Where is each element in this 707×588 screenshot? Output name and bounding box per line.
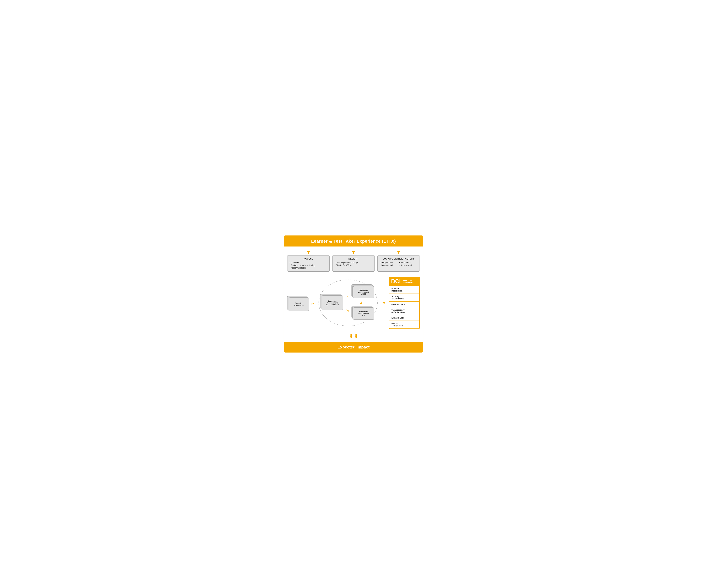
header-banner: Learner & Test Taker Experience (LTTX) (284, 236, 423, 247)
dci-item-use-scores: Use ofTest Scores (389, 321, 419, 328)
sociocog-col1: Intrapersonal Interpersonal (380, 261, 398, 266)
bottom-arrows: ⇓ ⇓ (287, 331, 420, 339)
validation-ecd-label: Validation/Measurement:e-ECD (357, 288, 370, 296)
dci-item-transparency: Transparency& Explanation (389, 307, 419, 315)
arrow-down-sociocog: ▼ (377, 250, 420, 255)
security-card-front: SecurityFramework (289, 297, 309, 311)
validation-section: → Validation/Measurement:e-ECD ⇕ (345, 284, 378, 321)
delight-list: User Experience Design Shorter Test Time (335, 261, 372, 266)
delight-item-2: Shorter Test Time (335, 264, 372, 266)
security-label: SecurityFramework (293, 301, 305, 308)
dashed-region: LanguageAssessment(LA) Framework → (315, 278, 381, 328)
sociocog-title: SOCIOCOGNITIVE FACTORS (380, 257, 417, 260)
arrow-vertical-between: ⇕ (360, 301, 363, 305)
access-title: ACCESS (290, 257, 327, 260)
dci-items-list: DomainDescription Scoring& Evaluation Ge… (389, 286, 419, 328)
sociocog-item-3: Experiential (399, 261, 417, 264)
circle-dci-arrow: ⇔ (382, 300, 386, 305)
arrow-down-delight: ▼ (332, 250, 375, 255)
arrow-diagonal-down: → (343, 306, 352, 314)
access-card: ACCESS Low cost Anytime / anywhere testi… (287, 255, 330, 272)
dci-item-domain: DomainDescription (389, 286, 419, 294)
dci-item-generalization: Generalization (389, 302, 419, 307)
validation-cp-stack: Validation/Measurement:CP (351, 306, 374, 321)
footer-title: Expected Impact (289, 345, 418, 350)
main-diagram: Learner & Test Taker Experience (LTTX) ▼… (283, 235, 424, 353)
arrow-down-access: ▼ (287, 250, 330, 255)
la-framework-stack: LanguageAssessment(LA) Framework (320, 294, 343, 312)
sociocog-card: SOCIOCOGNITIVE FACTORS Intrapersonal Int… (377, 255, 420, 272)
validation-cp-label: Validation/Measurement:CP (357, 310, 370, 317)
security-framework-stack: SecurityFramework (287, 296, 309, 313)
access-item-2: Anytime / anywhere testing (290, 264, 327, 266)
arrow-diagonal-up: → (343, 292, 352, 300)
la-label: LanguageAssessment(LA) Framework (325, 299, 340, 306)
sociocog-grid: Intrapersonal Interpersonal Experiential… (380, 261, 417, 266)
dci-big-label: DCI (391, 279, 401, 284)
cp-row: → Validation/Measurement:CP (345, 306, 378, 321)
footer-banner: Expected Impact (284, 342, 423, 352)
validation-ecd-stack: Validation/Measurement:e-ECD (351, 284, 374, 300)
la-card-front: LanguageAssessment(LA) Framework (322, 295, 343, 310)
complex-middle: SecurityFramework ⇔ LanguageAssessment(L… (287, 277, 420, 329)
val-ecd-front: Validation/Measurement:e-ECD (353, 286, 374, 298)
sociocog-item-1: Intrapersonal (380, 261, 398, 264)
ecd-row: → Validation/Measurement:e-ECD (345, 284, 378, 300)
top-cards-row: ACCESS Low cost Anytime / anywhere testi… (287, 255, 420, 272)
delight-item-1: User Experience Design (335, 261, 372, 264)
val-cp-front: Validation/Measurement:CP (353, 307, 374, 320)
access-item-1: Low cost (290, 261, 327, 264)
circle-contents: LanguageAssessment(LA) Framework → (318, 284, 378, 321)
main-title: Learner & Test Taker Experience (LTTX) (289, 239, 418, 244)
sociocog-item-4: Neurological (399, 264, 417, 266)
access-item-3: Accommodations (290, 266, 327, 269)
access-list: Low cost Anytime / anywhere testing Acco… (290, 261, 327, 269)
dci-panel: DCI Digital Chainof Inferences DomainDes… (389, 277, 420, 329)
dci-subtitle: Digital Chainof Inferences (402, 279, 412, 284)
dci-header: DCI Digital Chainof Inferences (389, 277, 419, 286)
delight-title: DELIGHT (335, 257, 372, 260)
sociocog-col2: Experiential Neurological (399, 261, 417, 266)
sociocog-item-2: Interpersonal (380, 264, 398, 266)
dci-item-scoring: Scoring& Evaluation (389, 294, 419, 302)
main-body: ▼ ▼ ▼ ACCESS Low cost Anytime / anywhere… (284, 247, 423, 342)
fork-right-arrow: ⇓ (354, 333, 358, 339)
top-arrows-row: ▼ ▼ ▼ (287, 250, 420, 255)
security-la-arrow: ⇔ (310, 301, 314, 306)
delight-card: DELIGHT User Experience Design Shorter T… (332, 255, 375, 272)
dci-item-extrapolation: Extrapolation (389, 315, 419, 321)
fork-left-arrow: ⇓ (349, 333, 353, 339)
